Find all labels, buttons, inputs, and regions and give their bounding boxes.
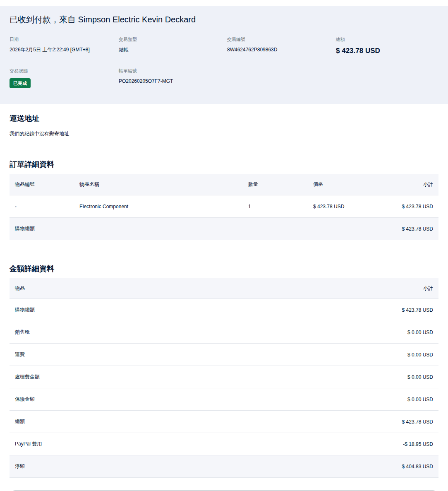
amount-row-label: 淨額 [15,463,25,470]
amount-row-net: 淨額 $ 404.83 USD [10,455,438,478]
amount-row-label: 總額 [15,418,25,425]
order-details-table: 物品編號 物品名稱 數量 價格 小計 - Electronic Componen… [10,174,438,240]
amount-row-label: 購物總額 [15,306,35,313]
amount-row-label: PayPal 費用 [15,440,42,448]
amount-row-value: $ 0.00 USD [407,374,433,380]
order-total-label: 購物總額 [15,225,79,232]
field-date: 日期 2026年2月5日 上午2:22:49 [GMT+8] [10,37,119,55]
amount-row-label: 銷售稅 [15,329,30,336]
field-transaction-id-label: 交易編號 [227,37,336,42]
shipping-address-heading: 運送地址 [10,114,438,123]
order-col-itemno-header: 物品編號 [15,181,79,188]
order-table-header-row: 物品編號 物品名稱 數量 價格 小計 [10,174,438,195]
shipping-address-section: 運送地址 我們的紀錄中沒有郵寄地址 [0,114,448,137]
order-total-value: $ 423.78 USD [379,226,433,232]
order-item-price: $ 423.78 USD [313,204,379,209]
field-gross-amount: 總額 $ 423.78 USD [336,37,438,55]
amount-details-table: 物品 小計 購物總額 $ 423.78 USD 銷售稅 $ 0.00 USD 運… [10,278,438,478]
order-col-name-header: 物品名稱 [79,181,248,188]
amount-details-heading: 金額詳細資料 [10,264,438,273]
field-transaction-type: 交易類型 結帳 [119,37,227,55]
amount-details-section: 金額詳細資料 物品 小計 購物總額 $ 423.78 USD 銷售稅 $ 0.0… [0,264,448,478]
order-item-qty: 1 [248,204,313,209]
amount-row-shipping: 運費 $ 0.00 USD [10,344,438,366]
amount-row-value: -$ 18.95 USD [403,441,433,447]
field-transaction-id-value: 8W4624762P809863D [227,47,336,53]
amount-row-insurance: 保險金額 $ 0.00 USD [10,388,438,411]
amount-row-value: $ 0.00 USD [407,330,433,335]
field-gross-amount-value: $ 423.78 USD [336,47,438,55]
amount-row-paypal-fee: PayPal 費用 -$ 18.95 USD [10,433,438,455]
amount-row-value: $ 0.00 USD [407,352,433,358]
order-col-qty-header: 數量 [248,181,313,188]
shipping-address-note: 我們的紀錄中沒有郵寄地址 [10,131,438,137]
order-col-price-header: 價格 [313,181,379,188]
amount-row-value: $ 423.78 USD [402,419,433,425]
field-date-label: 日期 [10,37,119,42]
status-badge: 已完成 [10,78,31,88]
amount-row-value: $ 404.83 USD [402,464,433,469]
field-transaction-type-label: 交易類型 [119,37,227,42]
field-invoice-id-label: 帳單編號 [119,68,227,74]
amount-col-subtotal-header: 小計 [423,285,433,292]
amount-row-handling: 處理費金額 $ 0.00 USD [10,366,438,388]
order-item-name: Electronic Component [79,204,248,209]
order-details-heading: 訂單詳細資料 [10,160,438,169]
order-item-subtotal: $ 423.78 USD [379,204,433,209]
field-gross-amount-label: 總額 [336,37,438,42]
top-whitespace [0,0,448,6]
amount-table-header-row: 物品 小計 [10,278,438,299]
order-total-row: 購物總額 $ 423.78 USD [10,218,438,240]
field-transaction-status: 交易狀態 已完成 [10,68,119,88]
amount-row-value: $ 423.78 USD [402,307,433,313]
field-invoice-id-value: PO20260205O7F7-MGT [119,78,227,84]
order-details-section: 訂單詳細資料 物品編號 物品名稱 數量 價格 小計 - Electronic C… [0,160,448,240]
field-transaction-status-label: 交易狀態 [10,68,119,74]
transaction-summary-card: 已收到付款，來自 Simpson Electric Kevin Deckard … [0,6,448,104]
field-invoice-id: 帳單編號 PO20260205O7F7-MGT [119,68,227,88]
amount-row-purchase-total: 購物總額 $ 423.78 USD [10,299,438,321]
amount-row-label: 運費 [15,351,25,358]
field-date-value: 2026年2月5日 上午2:22:49 [GMT+8] [10,47,119,53]
amount-row-value: $ 0.00 USD [407,397,433,402]
page-title: 已收到付款，來自 Simpson Electric Kevin Deckard [10,14,438,24]
amount-row-label: 處理費金額 [15,373,40,380]
order-item-row: - Electronic Component 1 $ 423.78 USD $ … [10,195,438,218]
amount-col-item-header: 物品 [15,285,25,292]
order-col-subtotal-header: 小計 [379,181,433,188]
order-item-number: - [15,204,79,209]
summary-fields-grid: 日期 2026年2月5日 上午2:22:49 [GMT+8] 交易類型 結帳 交… [10,37,438,88]
field-transaction-id: 交易編號 8W4624762P809863D [227,37,336,55]
amount-row-label: 保險金額 [15,396,35,403]
amount-row-gross: 總額 $ 423.78 USD [10,411,438,433]
field-transaction-type-value: 結帳 [119,47,227,53]
amount-row-sales-tax: 銷售稅 $ 0.00 USD [10,321,438,344]
